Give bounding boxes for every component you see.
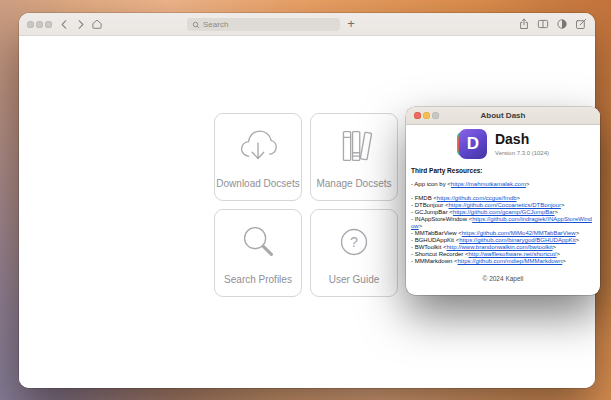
main-toolbar: Search + [19, 13, 595, 36]
cloud-download-icon [215, 114, 301, 178]
dash-d-glyph: D [459, 129, 487, 159]
about-body: Third Party Resources: - App icon by <ht… [411, 167, 594, 265]
resources-header: Third Party Resources: [411, 167, 594, 174]
resource-item: - MMTabBarView <https://github.com/MiMo4… [411, 230, 594, 237]
search-placeholder: Search [203, 21, 228, 29]
tile-user-guide[interactable]: ?User Guide [310, 209, 398, 297]
resource-item: - BGHUDAppKit <https://github.com/binary… [411, 237, 594, 244]
desktop-wallpaper: Search + [0, 0, 611, 400]
resource-link[interactable]: https://github.com/MiMo42/MMTabBarView [462, 230, 576, 236]
about-window-title: About Dash [406, 107, 600, 124]
dash-app-icon: D [457, 129, 487, 159]
app-version: Version 7.3.0 (1024) [495, 150, 549, 156]
about-titlebar: About Dash [406, 107, 600, 125]
books-icon [311, 114, 397, 178]
resource-link[interactable]: https://github.com/ccgus/fmdb [437, 195, 517, 201]
resource-item: - App icon by <https://mahmutkamalak.com… [411, 181, 594, 188]
about-dash-window: About Dash D Dash Version 7.3.0 (1024) T… [406, 107, 600, 295]
resource-link[interactable]: https://github.com/indragiek/INAppStoreW… [411, 216, 592, 229]
chevron-right-icon [75, 19, 86, 30]
share-button[interactable] [517, 17, 531, 31]
new-window-button[interactable] [574, 17, 588, 31]
about-header: D Dash Version 7.3.0 (1024) [406, 129, 600, 159]
search-input[interactable]: Search [187, 18, 340, 31]
resource-link[interactable]: https://github.com/mdiep/MMMarkdown [458, 258, 563, 264]
resource-link[interactable]: https://mahmutkamalak.com [451, 181, 526, 187]
search-icon [215, 210, 301, 274]
two-page-icon [537, 18, 549, 30]
tile-label: Search Profiles [224, 274, 292, 285]
zoom-button[interactable] [45, 21, 52, 28]
svg-text:?: ? [350, 234, 358, 250]
tile-manage-docsets[interactable]: Manage Docsets [310, 113, 398, 201]
new-tab-button[interactable]: + [343, 16, 359, 32]
tile-search-profiles[interactable]: Search Profiles [214, 209, 302, 297]
resources-list: - App icon by <https://mahmutkamalak.com… [411, 181, 594, 265]
tile-label: Manage Docsets [316, 178, 391, 189]
copyright: © 2024 Kapeli [406, 275, 600, 282]
forward-button[interactable] [73, 17, 87, 31]
half-circle-contrast-icon [556, 18, 568, 30]
resource-link[interactable]: http://www.brandonwalkin.com/bwtoolkit [447, 244, 553, 250]
close-button[interactable] [27, 21, 34, 28]
tile-download-docsets[interactable]: Download Docsets [214, 113, 302, 201]
resource-item: - FMDB <https://github.com/ccgus/fmdb> [411, 195, 594, 202]
resource-link[interactable]: http://wafflesoftware.net/shortcut/ [469, 251, 557, 257]
share-icon [518, 18, 530, 30]
resource-link[interactable]: https://github.com/binarygod/BGHUDAppKit [459, 237, 575, 243]
home-button[interactable] [90, 17, 104, 31]
resource-item: - MMMarkdown <https://github.com/mdiep/M… [411, 258, 594, 265]
appearance-toggle-button[interactable] [555, 17, 569, 31]
resource-link[interactable]: https://github.com/Cocoanetics/DTBonjour [449, 202, 561, 208]
compose-icon [575, 18, 587, 30]
resource-item: - GCJumpBar <https://github.com/gcamp/GC… [411, 209, 594, 216]
minimize-button[interactable] [36, 21, 43, 28]
resource-link[interactable]: https://github.com/gcamp/GCJumpBar [453, 209, 555, 215]
chevron-left-icon [59, 19, 70, 30]
home-icon [91, 18, 103, 30]
resource-item: - INAppStoreWindow <https://github.com/i… [411, 216, 594, 230]
back-button[interactable] [57, 17, 71, 31]
resource-item: - BWToolkit <http://www.brandonwalkin.co… [411, 244, 594, 251]
search-icon [192, 21, 200, 29]
question-icon: ? [311, 210, 397, 274]
resource-item: - Shortcut Recorder <http://wafflesoftwa… [411, 251, 594, 258]
reading-list-button[interactable] [536, 17, 550, 31]
tile-label: User Guide [329, 274, 380, 285]
resource-item: - DTBonjour <https://github.com/Cocoanet… [411, 202, 594, 209]
tile-label: Download Docsets [216, 178, 299, 189]
home-tiles: Download DocsetsManage DocsetsSearch Pro… [214, 113, 398, 297]
app-name: Dash [495, 132, 549, 147]
